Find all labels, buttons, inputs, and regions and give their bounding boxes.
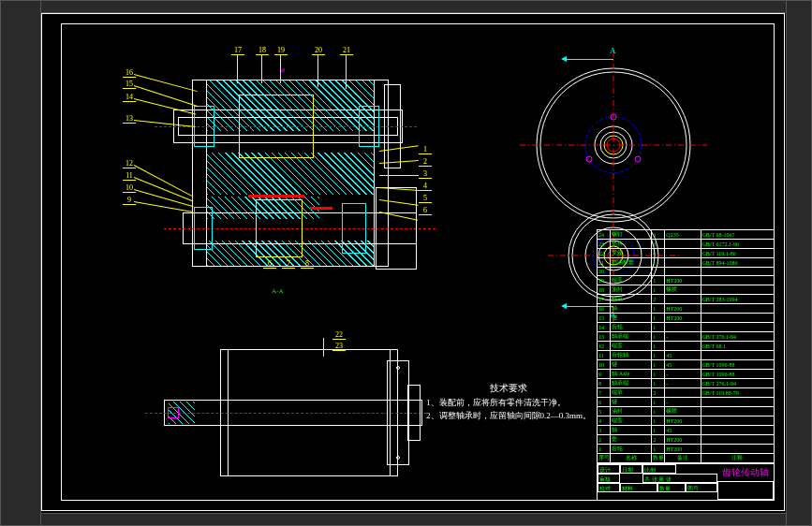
table-row: 10键145GB/T 1096-88 xyxy=(598,360,775,370)
bottom-view: 22 23 xyxy=(136,332,417,491)
drawing-title: 齿轮传动轴 xyxy=(719,466,772,479)
table-row: 13轴承端1-GB/T 276.1-94 xyxy=(598,332,775,342)
table-row: 18油封1橡胶 xyxy=(598,285,775,295)
table-row: 15键1HT200 xyxy=(598,314,775,323)
table-row: 16轴1HT200 xyxy=(598,304,775,314)
table-row: 24螺钉6Q235GB/T 68-1067 xyxy=(598,230,775,240)
dim-top: ⌀ xyxy=(281,66,285,74)
parts-list-table: 24螺钉6Q235GB/T 68-106723垫片6GB/T 6172.1-96… xyxy=(597,229,775,463)
table-row: 21挡油板套1GB/T 894-1086 xyxy=(598,258,775,268)
view-label-main: A-A xyxy=(272,287,283,295)
tech-req-line1: 1、装配前，应将所有零件清洗干净。 xyxy=(426,397,591,410)
table-row: 5油封1橡胶 xyxy=(598,407,775,416)
table-row: 23垫片6GB/T 6172.1-96 xyxy=(598,240,775,249)
table-row: 2套2HT200 xyxy=(598,435,775,445)
tech-req-line2: 2、调整轴承时，应留轴向间隙0.2—0.3mm。 xyxy=(426,410,591,423)
col-mat: 备注 xyxy=(665,454,701,463)
table-row: 4端盖1HT200 xyxy=(598,416,775,426)
table-row: 6键1- xyxy=(598,398,775,407)
main-section-view: ⌀ A-A xyxy=(136,51,426,295)
table-row: 1齿轮1HT200 xyxy=(598,445,775,454)
table-row: 19端盖1HT200 xyxy=(598,276,775,285)
table-row: 20 xyxy=(598,268,775,276)
col-name: 名称 xyxy=(611,454,652,463)
title-block: 齿轮传动轴 设计 审核 校对 日期 比例 共 张 第 张 材料 数量 图号 xyxy=(597,463,775,501)
table-row: 11齿轮轴145 xyxy=(598,351,775,360)
cad-canvas[interactable]: ⌀ A-A 16 15 14 13 12 11 10 9 17 18 19 20… xyxy=(41,13,785,511)
table-row: 7端承2GB/T 119.88-79 xyxy=(598,388,775,398)
table-row: 14齿轮1 xyxy=(598,323,775,332)
table-row: 17轴承2GB/T 283-1994 xyxy=(598,295,775,304)
table-row: 22支座6GB/T 119.1-86 xyxy=(598,249,775,258)
col-no: 序号 xyxy=(598,454,611,463)
col-qty: 数量 xyxy=(652,454,665,463)
section-label-a-top: A xyxy=(610,46,616,55)
table-row: 9轴/Axle1-GB/T 1096-88 xyxy=(598,370,775,379)
tech-req-title: 技术要求 xyxy=(426,381,591,395)
table-row: 3轴145 xyxy=(598,426,775,435)
table-row: 8轴承端1-GB/T 276.1-94 xyxy=(598,379,775,388)
technical-requirements: 技术要求 1、装配前，应将所有零件清洗干净。 2、调整轴承时，应留轴向间隙0.2… xyxy=(426,381,591,422)
col-note: 注释 xyxy=(701,454,774,463)
table-row: 12端盖1GB/T 68.1 xyxy=(598,342,775,351)
